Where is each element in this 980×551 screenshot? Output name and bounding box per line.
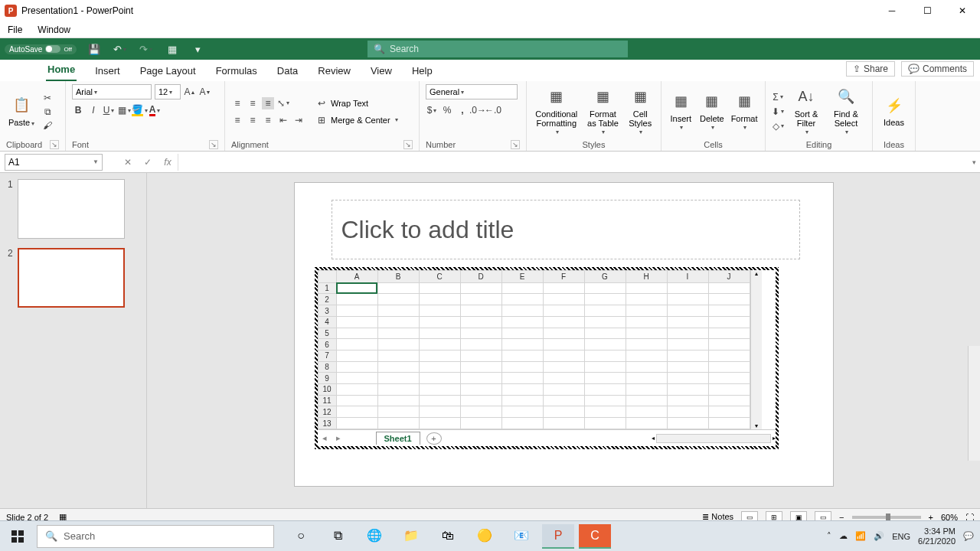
start-from-beginning-button[interactable]: ▦ [164,41,181,57]
clock[interactable]: 3:34 PM 6/21/2020 [918,527,956,545]
close-button[interactable]: ✕ [945,0,980,21]
tab-insert[interactable]: Insert [93,60,122,81]
tab-home[interactable]: Home [46,59,77,81]
copy-button[interactable]: ⧉ [41,106,54,118]
accounting-format-button[interactable]: $ [426,104,438,116]
formula-expand-button[interactable]: ▾ [968,158,980,166]
percent-style-button[interactable]: % [441,104,453,116]
formula-input[interactable] [178,154,968,171]
action-center-button[interactable]: 💬 [963,531,974,541]
undo-button[interactable]: ↶ [112,41,129,57]
share-button[interactable]: ⇪Share [846,61,895,77]
maximize-button[interactable]: ☐ [910,0,945,21]
task-view-button[interactable]: ⧉ [322,524,354,549]
enter-fx-button[interactable]: ✓ [138,154,158,171]
menu-file[interactable]: File [5,23,25,37]
conditional-formatting-button[interactable]: ▦Conditional Formatting [533,86,580,136]
align-bottom-button[interactable]: ≡ [262,97,274,109]
embedded-excel-object[interactable]: ABCDEFGHIJ12345678910111213 ▴▾ ◂ ▸ Sheet… [318,270,776,446]
pane-scrollbar[interactable] [968,346,980,461]
font-size-select[interactable]: 12 [155,84,181,99]
tab-data[interactable]: Data [276,60,299,81]
font-color-button[interactable]: A [149,104,161,116]
tab-review[interactable]: Review [316,60,352,81]
explorer-app[interactable]: 📁 [395,524,427,549]
start-button[interactable] [0,521,35,552]
font-name-select[interactable]: Arial [72,84,152,99]
orientation-button[interactable]: ⤡ [277,97,289,109]
search-box[interactable]: 🔍 Search [368,41,628,57]
vertical-scrollbar[interactable]: ▴▾ [750,270,762,429]
decrease-indent-button[interactable]: ⇤ [277,114,289,126]
camtasia-app[interactable]: C [579,524,611,549]
redo-button[interactable]: ↷ [138,41,155,57]
slide-thumbnail-2[interactable] [18,248,125,308]
sheet-nav-prev[interactable]: ◂ [318,433,332,443]
qat-customize[interactable]: ▾ [190,41,207,57]
cancel-fx-button[interactable]: ✕ [118,154,138,171]
increase-font-button[interactable]: A▲ [184,86,196,98]
increase-indent-button[interactable]: ⇥ [292,114,305,126]
align-top-button[interactable]: ≡ [231,97,243,109]
clipboard-launcher[interactable]: ↘ [50,140,59,149]
insert-function-button[interactable]: fx [158,154,178,171]
name-box[interactable]: A1▼ [5,154,103,171]
powerpoint-app[interactable]: P [542,524,574,549]
tray-overflow-button[interactable]: ˄ [827,531,831,541]
tab-page-layout[interactable]: Page Layout [139,60,198,81]
horizontal-scrollbar[interactable] [656,434,771,443]
slide-thumbnail-1[interactable] [18,179,125,239]
cortana-button[interactable]: ○ [285,524,317,549]
fill-color-button[interactable]: 🪣 [133,104,145,116]
sheet-tab[interactable]: Sheet1 [376,432,420,445]
tab-help[interactable]: Help [410,60,434,81]
find-select-button[interactable]: 🔍Find & Select [828,86,864,136]
chrome-app[interactable]: 🟡 [469,524,501,549]
sheet-nav-next[interactable]: ▸ [332,433,345,443]
wrap-text-button[interactable]: ↩Wrap Text [315,97,398,109]
zoom-slider[interactable] [852,516,921,519]
slide[interactable]: Click to add title ABCDEFGHIJ12345678910… [294,182,834,487]
language-icon[interactable]: ENG [892,532,910,541]
hscroll-right[interactable]: ▸ [773,435,776,442]
tab-view[interactable]: View [369,60,394,81]
cell-styles-button[interactable]: ▦Cell Styles [626,86,655,136]
align-center-button[interactable]: ≡ [247,114,259,126]
format-painter-button[interactable]: 🖌 [41,119,54,132]
sort-filter-button[interactable]: A↓Sort & Filter [789,86,824,136]
italic-button[interactable]: I [87,104,100,116]
autosum-button[interactable]: Σ [772,91,784,103]
format-cells-button[interactable]: ▦Format [730,91,759,132]
hscroll-left[interactable]: ◂ [652,435,655,442]
fill-button[interactable]: ⬇ [772,106,784,118]
edge-app[interactable]: 🌐 [358,524,390,549]
decrease-decimal-button[interactable]: ←.0 [487,104,499,116]
align-right-button[interactable]: ≡ [262,114,274,126]
autosave-toggle[interactable]: AutoSave Off [5,44,77,54]
merge-center-button[interactable]: ⊞Merge & Center [315,114,398,126]
menu-window[interactable]: Window [34,23,74,37]
decrease-font-button[interactable]: A▼ [199,86,211,98]
clear-button[interactable]: ◇ [772,120,784,132]
alignment-launcher[interactable]: ↘ [403,140,413,149]
align-left-button[interactable]: ≡ [231,114,243,126]
format-as-table-button[interactable]: ▦Format as Table [585,86,622,136]
cut-button[interactable]: ✂ [41,92,54,104]
minimize-button[interactable]: ─ [874,0,910,21]
outlook-app[interactable]: 📧 [505,524,537,549]
number-format-select[interactable]: General [426,84,518,99]
delete-cells-button[interactable]: ▦Delete [699,91,726,132]
onedrive-icon[interactable]: ☁ [839,531,848,541]
worksheet-grid[interactable]: ABCDEFGHIJ12345678910111213 [318,270,750,429]
insert-cells-button[interactable]: ▦Insert [668,91,694,132]
new-sheet-button[interactable]: + [426,432,442,445]
store-app[interactable]: 🛍 [432,524,464,549]
comma-style-button[interactable]: , [456,104,469,116]
underline-button[interactable]: U [103,104,115,116]
number-launcher[interactable]: ↘ [511,140,520,149]
increase-decimal-button[interactable]: .0→ [472,104,484,116]
ideas-button[interactable]: ⚡Ideas [879,95,909,127]
network-icon[interactable]: 📶 [855,531,866,541]
borders-button[interactable]: ▦ [118,104,130,116]
bold-button[interactable]: B [72,104,84,116]
